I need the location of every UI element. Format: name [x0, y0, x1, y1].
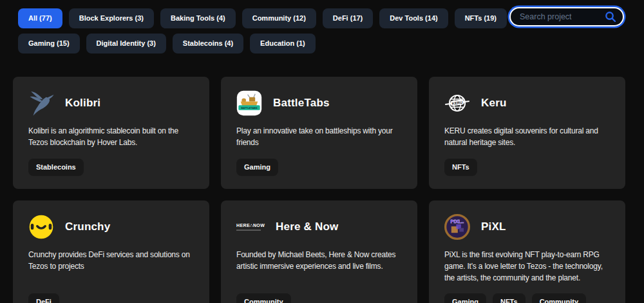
project-title: Crunchy: [65, 220, 110, 233]
tag-chip: DeFi: [28, 293, 59, 303]
filter-stablecoins[interactable]: Stablecoins (4): [173, 34, 243, 54]
pixl-icon-text: PiXL..: [451, 219, 464, 224]
project-title: Here & Now: [276, 220, 338, 233]
filter-dev-tools[interactable]: Dev Tools (14): [379, 8, 448, 28]
project-tags: NFTs: [444, 159, 610, 176]
tag-chip: NFTs: [493, 293, 526, 303]
crunchy-smiley-icon: [28, 214, 54, 240]
search-icon[interactable]: [604, 10, 617, 23]
tag-chip: Community: [236, 293, 291, 303]
project-description: PiXL is the first evolving NFT play-to-e…: [444, 249, 610, 284]
filter-defi[interactable]: DeFi (17): [323, 8, 373, 28]
project-card-keru[interactable]: KERU Keru KERU creates digital souvenirs…: [429, 77, 625, 189]
filter-digital-identity[interactable]: Digital Identity (3): [86, 34, 166, 54]
project-title: PiXL: [481, 220, 506, 233]
project-card-battletabs[interactable]: BATTLETABS BattleTabs Play an innovative…: [221, 77, 417, 189]
project-description: Play an innovative take on battleships w…: [236, 125, 402, 148]
filter-all[interactable]: All (77): [18, 8, 62, 28]
search-input[interactable]: [511, 12, 604, 21]
project-card-here-and-now[interactable]: HERE∴NOW Here & Now Founded by Michael B…: [221, 200, 417, 303]
project-card-crunchy[interactable]: Crunchy Crunchy provides DeFi services a…: [13, 200, 209, 303]
project-card-pixl[interactable]: PiXL.. PiXL PiXL is the first evolving N…: [429, 200, 625, 303]
filter-gaming[interactable]: Gaming (15): [18, 34, 80, 54]
search-box[interactable]: [509, 7, 624, 26]
project-tags: Community: [236, 293, 402, 303]
project-description: Founded by Michael Beets, Here & Now cre…: [236, 249, 402, 272]
project-tags: DeFi: [28, 293, 194, 303]
battletabs-icon-text: BATTLETABS: [242, 107, 258, 110]
project-title: Keru: [481, 97, 507, 110]
project-card-kolibri[interactable]: Kolibri Kolibri is an algorithmic stable…: [13, 77, 209, 189]
tag-chip: Community: [532, 293, 587, 303]
keru-globe-icon: KERU: [444, 90, 470, 116]
battletabs-icon: BATTLETABS: [236, 90, 262, 116]
category-filters: All (77) Block Explorers (3) Baking Tool…: [18, 8, 509, 54]
here-and-now-logo-subline: [236, 230, 261, 231]
project-tags: Gaming NFTs Community: [444, 293, 610, 303]
filter-community[interactable]: Community (12): [242, 8, 316, 28]
project-description: Crunchy provides DeFi services and solut…: [28, 249, 194, 272]
here-and-now-logo-text: HERE∴NOW: [236, 223, 265, 228]
kolibri-hummingbird-icon: [28, 90, 54, 116]
filter-baking-tools[interactable]: Baking Tools (4): [160, 8, 236, 28]
tag-chip: Gaming: [444, 293, 486, 303]
filter-block-explorers[interactable]: Block Explorers (3): [69, 8, 154, 28]
filter-bar: All (77) Block Explorers (3) Baking Tool…: [0, 0, 644, 54]
tag-chip: Stablecoins: [28, 159, 84, 176]
filter-nfts[interactable]: NFTs (19): [455, 8, 507, 28]
project-description: KERU creates digital souvenirs for cultu…: [444, 125, 610, 148]
projects-grid: Kolibri Kolibri is an algorithmic stable…: [13, 77, 625, 303]
project-title: Kolibri: [65, 97, 100, 110]
here-and-now-logo: HERE∴NOW: [236, 214, 265, 240]
project-title: BattleTabs: [273, 97, 330, 110]
project-description: Kolibri is an algorithmic stablecoin bui…: [28, 125, 194, 148]
project-tags: Stablecoins: [28, 159, 194, 176]
pixl-coin-icon: PiXL..: [444, 214, 470, 240]
tag-chip: NFTs: [444, 159, 477, 176]
project-tags: Gaming: [236, 159, 402, 176]
filter-education[interactable]: Education (1): [250, 34, 316, 54]
tag-chip: Gaming: [236, 159, 278, 176]
